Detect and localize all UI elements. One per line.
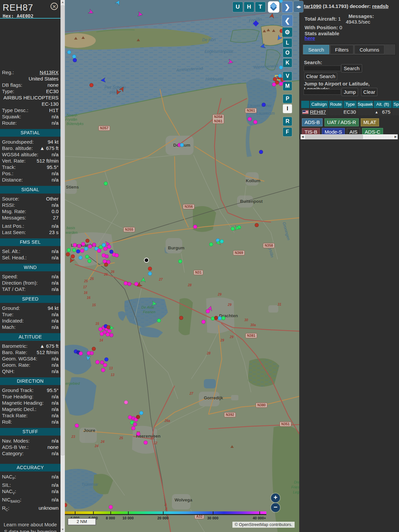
panel-collapse-right-button[interactable]: ❯ [282,1,293,13]
aircraft-dot[interactable] [79,351,83,355]
aircraft-dot[interactable] [144,441,148,445]
filter-badge-mlat[interactable]: MLAT [361,118,379,126]
settings-gear-button[interactable]: ⚙ [282,28,292,37]
aircraft-dot[interactable] [206,309,210,313]
info-value[interactable]: N413RX [40,69,59,75]
aircraft-dot[interactable] [115,253,119,257]
aircraft-dot[interactable] [262,103,266,107]
aircraft-dot[interactable] [103,363,107,367]
aircraft-arrow[interactable] [108,325,114,331]
tab-filters[interactable]: Filters [330,45,354,54]
aircraft-dot[interactable] [133,422,137,426]
aircraft-dot[interactable] [136,432,140,436]
map-button-h[interactable]: H [244,2,254,12]
column-header-route[interactable]: Route [329,101,343,108]
aircraft-dot[interactable] [180,143,184,147]
map-button-o[interactable]: O [283,49,292,57]
aircraft-dot[interactable] [124,400,128,404]
map-button-u[interactable]: U [233,2,243,12]
aircraft-dot[interactable] [84,247,88,251]
aircraft-dot[interactable] [259,150,263,154]
aircraft-dot[interactable] [193,225,197,229]
aircraft-dot[interactable] [85,255,89,259]
zoom-in-button[interactable]: + [271,493,280,502]
aircraft-dot[interactable] [100,332,104,336]
map-button-f[interactable]: F [283,128,292,136]
hscroll-thumb[interactable] [305,135,363,139]
aircraft-dot[interactable] [109,333,113,337]
table-row[interactable]: REH87EC30▲675 [301,108,399,115]
scroll-right-icon[interactable]: ▶ [394,134,398,139]
aircraft-dot[interactable] [66,252,70,256]
aircraft-dot[interactable] [148,267,152,271]
aircraft-dot[interactable] [278,74,282,78]
aircraft-dot[interactable] [253,120,257,124]
search-button[interactable]: Search [341,64,362,72]
column-header-type[interactable]: Type [343,101,357,108]
tab-search[interactable]: Search [303,45,329,54]
aircraft-arrow[interactable] [85,355,91,361]
aircraft-dot[interactable] [92,243,96,247]
zoom-out-button[interactable]: − [271,503,280,512]
aircraft-arrow[interactable] [269,13,275,19]
aircraft-dot[interactable] [87,259,91,263]
aircraft-arrow[interactable] [227,59,233,65]
aircraft-dot[interactable] [80,249,84,253]
aircraft-dot[interactable] [95,360,99,364]
aircraft-dot[interactable] [248,117,252,121]
column-header-altft[interactable]: Alt. (ft) [374,101,392,108]
map-button-r[interactable]: R [283,117,292,126]
scroll-down-icon[interactable]: ▼ [61,527,65,532]
aircraft-dot[interactable] [73,243,77,247]
aircraft-dot[interactable] [127,282,131,286]
aircraft-dot[interactable] [76,249,80,253]
aircraft-dot[interactable] [67,50,71,54]
map-button-i[interactable]: I [283,104,292,113]
aircraft-arrow[interactable] [215,240,221,246]
aircraft-dot[interactable] [75,424,79,428]
aircraft-dot[interactable] [157,319,161,323]
table-horizontal-scrollbar[interactable]: ◀ ▶ [301,134,398,139]
aircraft-dot[interactable] [92,347,96,351]
aircraft-arrow[interactable] [260,43,266,49]
clear-search-button[interactable]: Clear Search [304,72,337,80]
aircraft-dot[interactable] [104,357,108,361]
map-canvas[interactable]: StiensDokkumKollumBuitenpostLeeuwardenBu… [65,0,299,532]
aircraft-dot[interactable] [201,320,205,324]
aircraft-dot[interactable] [77,244,81,248]
aircraft-arrow[interactable] [68,257,74,263]
tab-columns[interactable]: Columns [354,45,384,54]
aircraft-dot[interactable] [88,244,92,248]
aircraft-arrow[interactable] [140,277,146,283]
aircraft-arrow[interactable] [234,225,240,231]
map-button-k[interactable]: K [283,59,292,67]
sidebar-scrollbar[interactable]: ▲ ▼ [61,0,65,532]
aircraft-dot[interactable] [255,223,259,227]
aircraft-dot[interactable] [272,82,276,86]
callsign-cell[interactable]: REH87 [310,109,328,115]
filter-badge-uatadsr[interactable]: UAT / ADS-R [325,118,359,126]
aircraft-dot[interactable] [104,263,108,267]
aircraft-dot[interactable] [103,247,107,251]
aircraft-arrow[interactable] [88,9,94,15]
aircraft-dot[interactable] [81,242,85,246]
column-header-icon[interactable] [301,101,309,108]
aircraft-dot[interactable] [209,242,213,246]
aircraft-arrow[interactable] [137,11,143,17]
jump-input[interactable] [304,89,341,95]
aircraft-arrow[interactable] [119,86,125,92]
aircraft-arrow[interactable] [100,77,106,83]
column-header-squawk[interactable]: Squawk [357,101,373,108]
aircraft-dot[interactable] [178,259,182,263]
aircraft-dot[interactable] [90,351,94,355]
selected-aircraft-marker[interactable] [144,258,149,263]
aircraft-arrow[interactable] [104,241,110,247]
search-input[interactable] [304,66,341,71]
scroll-left-icon[interactable]: ◀ [301,134,305,139]
map-button-t[interactable]: T [255,2,265,12]
panel-collapse-left-button[interactable]: ❮ [282,15,293,26]
aircraft-dot[interactable] [221,316,225,320]
aircraft-dot[interactable] [279,66,283,69]
aircraft-dot[interactable] [72,248,76,252]
aircraft-arrow[interactable] [276,35,282,41]
